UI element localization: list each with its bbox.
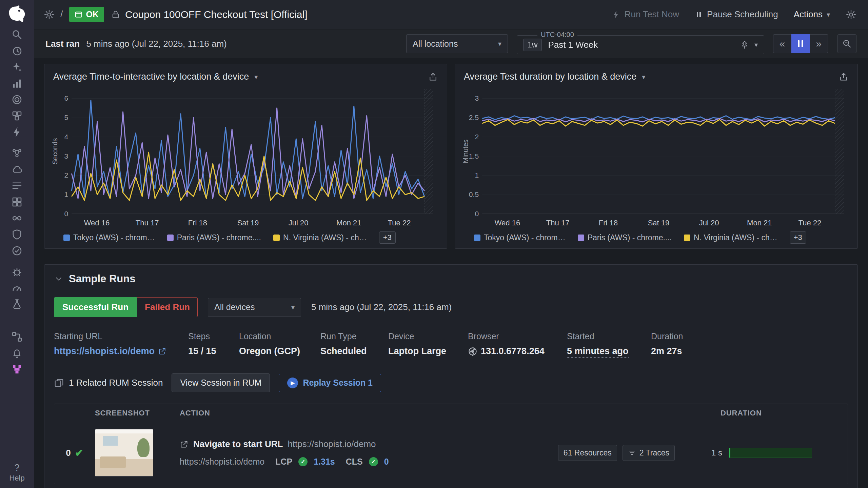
rewind-button[interactable]: « (773, 34, 791, 53)
legend-overflow-badge[interactable]: +3 (379, 231, 396, 244)
apm-icon[interactable] (0, 211, 34, 225)
legend-swatch (167, 235, 174, 241)
duration-chart[interactable]: 00.511.522.53Wed 16Thu 17Fri 18Sat 19Jul… (462, 83, 850, 229)
legend-swatch (684, 235, 690, 241)
export-icon[interactable] (428, 72, 438, 82)
starting-url-link[interactable]: https://shopist.io/demo (54, 346, 188, 357)
rum-session-label: 1 Related RUM Session (54, 378, 163, 388)
bits-ai-icon[interactable] (0, 363, 34, 376)
range-chip[interactable]: 1w (523, 39, 542, 51)
main-content: Average Time-to-interactive by location … (34, 58, 868, 488)
field-browser: Browser 131.0.6778.264 (468, 331, 567, 358)
chevron-down-icon[interactable]: ▾ (754, 41, 758, 49)
export-icon[interactable] (839, 72, 849, 82)
svg-text:Tue 22: Tue 22 (388, 219, 411, 227)
pause-scheduling-button[interactable]: Pause Scheduling (695, 9, 778, 20)
replay-session-button[interactable]: ▶ Replay Session 1 (279, 374, 381, 392)
chart-options-chevron-icon[interactable]: ▾ (254, 73, 258, 81)
search-icon[interactable] (0, 28, 34, 41)
view-session-rum-button[interactable]: View Session in RUM (172, 373, 270, 392)
chevron-down-icon: ▾ (291, 303, 295, 311)
legend-item[interactable]: Tokyo (AWS) - chrom… (63, 233, 155, 242)
svg-text:Tue 22: Tue 22 (798, 219, 822, 227)
monitors-icon[interactable] (0, 93, 34, 106)
lock-icon (111, 10, 120, 19)
tti-chart[interactable]: 0123456Wed 16Thu 17Fri 18Sat 19Jul 20Mon… (52, 83, 439, 229)
pause-live-button[interactable] (791, 34, 810, 53)
legend-swatch (474, 235, 480, 241)
svg-text:6: 6 (64, 94, 68, 102)
check-circle-icon: ✓ (369, 457, 378, 466)
actions-dropdown[interactable]: Actions ▾ (794, 9, 830, 20)
cls-label: CLS (346, 457, 363, 467)
started-tooltip-text[interactable]: 5 minutes ago (567, 346, 629, 358)
action-url: https://shopist.io/demo (288, 439, 376, 449)
resources-badge[interactable]: 61 Resources (558, 445, 617, 461)
help-button[interactable]: ? Help (0, 462, 34, 483)
legend-swatch (63, 235, 70, 241)
time-range-picker[interactable]: UTC-04:00 1w Past 1 Week ▾ (517, 35, 764, 54)
org-settings-icon[interactable] (43, 9, 55, 20)
legend-item[interactable]: Paris (AWS) - chrome.... (578, 233, 672, 242)
svg-text:Seconds: Seconds (52, 138, 59, 165)
top-bar: / OK Coupon 100OFF Checkout Test [Offici… (34, 0, 868, 29)
locations-select[interactable]: All locations ▾ (406, 34, 508, 53)
legend-item[interactable]: N. Virginia (AWS) - ch… (273, 233, 367, 242)
zoom-out-button[interactable] (837, 34, 856, 53)
successful-run-button[interactable]: Successful Run (54, 297, 137, 317)
success-check-icon: ✔ (75, 447, 83, 459)
rum-icon[interactable] (0, 281, 34, 295)
pin-icon[interactable] (740, 40, 749, 49)
svg-text:Jul 20: Jul 20 (699, 219, 719, 227)
status-badge[interactable]: OK (69, 7, 104, 22)
forward-button[interactable]: » (810, 34, 828, 53)
sub-bar: Last ran 5 mins ago (Jul 22, 2025, 11:16… (34, 29, 868, 58)
security-icon[interactable] (0, 228, 34, 241)
step-screenshot-thumbnail[interactable] (95, 429, 153, 476)
events-icon[interactable] (0, 125, 34, 139)
rum-session-row: 1 Related RUM Session View Session in RU… (54, 373, 848, 392)
metrics-icon[interactable] (0, 77, 34, 90)
traces-badge[interactable]: 2 Traces (623, 445, 675, 461)
settings-gear-icon[interactable] (846, 9, 856, 20)
serverless-icon[interactable] (0, 163, 34, 176)
datadog-logo-icon[interactable] (6, 4, 27, 26)
failed-run-button[interactable]: Failed Run (137, 297, 198, 317)
notifications-icon[interactable] (0, 346, 34, 360)
infrastructure-icon[interactable] (0, 109, 34, 123)
chart-options-chevron-icon[interactable]: ▾ (642, 73, 645, 81)
lcp-value: 1.31s (314, 457, 335, 467)
table-row[interactable]: 0 ✔ Navigate to start URL https://shopis… (54, 422, 848, 484)
workflows-icon[interactable] (0, 330, 34, 344)
external-link-icon (180, 440, 189, 449)
legend-item[interactable]: Tokyo (AWS) - chrom… (474, 233, 566, 242)
svg-text:1: 1 (475, 171, 479, 179)
devices-select[interactable]: All devices ▾ (208, 298, 301, 317)
run-timestamp: 5 mins ago (Jul 22, 2025, 11:16 am) (311, 302, 452, 312)
run-test-now-button[interactable]: Run Test Now (612, 9, 679, 20)
ci-icon[interactable] (0, 298, 34, 311)
help-icon: ? (0, 462, 34, 473)
legend-item[interactable]: Paris (AWS) - chrome.... (167, 233, 261, 242)
lcp-label: LCP (275, 457, 292, 467)
svg-text:Jul 20: Jul 20 (289, 219, 309, 227)
dashboards-icon[interactable] (0, 195, 34, 209)
action-title: Navigate to start URL (193, 439, 283, 449)
svg-text:3: 3 (475, 94, 479, 102)
legend-overflow-badge[interactable]: +3 (790, 231, 806, 244)
svg-text:5: 5 (64, 114, 68, 121)
history-icon[interactable] (0, 44, 34, 58)
watchdog-icon[interactable] (0, 60, 34, 74)
lightning-icon (612, 10, 620, 19)
step-index: 0 (66, 448, 71, 458)
check-circle-icon: ✓ (298, 457, 308, 466)
logs-icon[interactable] (0, 179, 34, 192)
error-tracking-icon[interactable] (0, 265, 34, 279)
last-ran-value: 5 mins ago (Jul 22, 2025, 11:16 am) (86, 39, 226, 49)
svg-text:Minutes: Minutes (462, 139, 469, 163)
synthetics-icon[interactable] (0, 244, 34, 258)
col-duration: DURATION (688, 409, 848, 418)
legend-item[interactable]: N. Virginia (AWS) - ch… (684, 233, 777, 242)
service-map-icon[interactable] (0, 146, 34, 160)
sample-runs-header[interactable]: Sample Runs (54, 273, 848, 285)
